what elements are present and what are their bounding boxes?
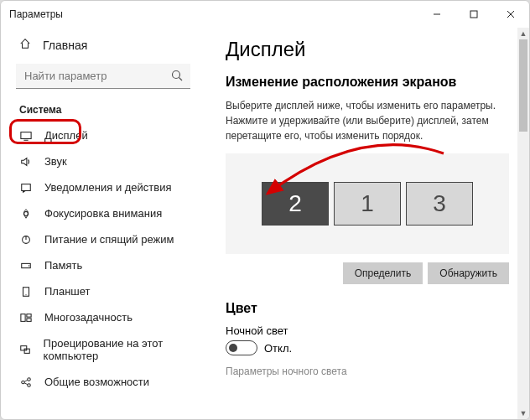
notifications-icon [19, 182, 33, 194]
monitor-2[interactable]: 2 [262, 182, 329, 226]
monitor-area[interactable]: 2 1 3 [226, 153, 509, 254]
sidebar-item-focus[interactable]: Фокусировка внимания [1, 200, 205, 226]
color-heading: Цвет [226, 301, 509, 316]
nightlight-toggle[interactable] [226, 340, 257, 355]
sidebar-item-storage[interactable]: Память [1, 252, 205, 278]
tablet-icon [19, 286, 33, 298]
shared-icon [19, 376, 33, 388]
sidebar-item-label: Уведомления и действия [44, 181, 172, 194]
sidebar-item-display[interactable]: Дисплей [1, 122, 205, 148]
page-title: Дисплей [226, 38, 509, 61]
power-icon [19, 234, 33, 246]
focus-icon [19, 208, 33, 220]
minimize-button[interactable] [418, 1, 455, 28]
sound-icon [19, 156, 33, 168]
svg-point-23 [28, 383, 31, 386]
sidebar-item-sound[interactable]: Звук [1, 148, 205, 174]
nightlight-params-link[interactable]: Параметры ночного света [226, 366, 509, 377]
multitasking-icon [19, 312, 33, 324]
svg-rect-6 [21, 132, 31, 138]
close-button[interactable] [492, 1, 529, 28]
sidebar-item-power[interactable]: Питание и спящий режим [1, 226, 205, 252]
svg-rect-1 [470, 11, 477, 18]
scroll-down-icon[interactable]: ▼ [519, 409, 527, 417]
sidebar-item-label: Питание и спящий режим [44, 233, 174, 246]
nightlight-toggle-row: Откл. [226, 340, 509, 355]
sidebar-item-label: Память [44, 259, 82, 272]
toggle-state: Откл. [264, 342, 292, 355]
svg-line-24 [24, 380, 28, 381]
svg-line-25 [24, 382, 28, 384]
svg-rect-17 [27, 314, 31, 317]
search-icon [170, 69, 184, 86]
settings-window: Параметры Главная Система Дисплей [0, 0, 530, 420]
titlebar: Параметры [1, 1, 529, 28]
sidebar-item-label: Общие возможности [44, 376, 149, 388]
svg-point-13 [29, 265, 29, 266]
monitor-buttons: Определить Обнаружить [226, 262, 509, 284]
sidebar-item-label: Фокусировка внимания [44, 207, 162, 220]
sidebar-item-shared[interactable]: Общие возможности [1, 369, 205, 395]
home-label: Главная [43, 39, 87, 52]
svg-point-22 [28, 377, 31, 381]
sidebar-item-label: Проецирование на этот компьютер [44, 337, 205, 362]
search-wrap [16, 64, 190, 89]
svg-point-21 [22, 381, 25, 384]
home-icon [19, 38, 31, 52]
home-link[interactable]: Главная [1, 34, 205, 55]
detect-button[interactable]: Обнаружить [428, 262, 509, 284]
maximize-button[interactable] [455, 1, 492, 28]
storage-icon [19, 260, 33, 272]
window-title: Параметры [9, 8, 63, 20]
content-area: Дисплей Изменение расположения экранов В… [205, 28, 529, 419]
svg-rect-18 [27, 318, 31, 321]
sidebar-item-tablet[interactable]: Планшет [1, 278, 205, 304]
sidebar-item-label: Звук [44, 155, 67, 168]
svg-point-4 [173, 71, 180, 79]
sidebar: Главная Система Дисплей Звук Уведомления… [1, 28, 205, 419]
window-controls [418, 1, 529, 28]
scroll-up-icon[interactable]: ▲ [519, 29, 527, 38]
sidebar-item-label: Многозадачность [44, 311, 132, 324]
sidebar-item-notifications[interactable]: Уведомления и действия [1, 174, 205, 200]
nightlight-label: Ночной свет [226, 324, 509, 337]
sidebar-item-projecting[interactable]: Проецирование на этот компьютер [1, 330, 205, 369]
rearrange-heading: Изменение расположения экранов [226, 75, 509, 90]
search-input[interactable] [16, 64, 190, 89]
svg-rect-16 [21, 314, 25, 321]
svg-rect-19 [21, 346, 27, 350]
scroll-thumb[interactable] [519, 39, 527, 132]
window-body: Главная Система Дисплей Звук Уведомления… [1, 28, 529, 419]
monitor-1[interactable]: 1 [334, 182, 401, 226]
projecting-icon [19, 344, 32, 355]
scrollbar[interactable]: ▲ ▼ [517, 28, 529, 419]
svg-rect-8 [22, 184, 31, 190]
identify-button[interactable]: Определить [343, 262, 423, 284]
svg-point-15 [25, 293, 26, 294]
svg-line-5 [179, 78, 183, 81]
display-icon [19, 130, 33, 142]
group-title: Система [1, 101, 205, 122]
sidebar-item-label: Дисплей [44, 129, 88, 142]
monitor-3[interactable]: 3 [406, 182, 473, 226]
rearrange-desc: Выберите дисплей ниже, чтобы изменить ег… [226, 98, 509, 143]
sidebar-item-multitasking[interactable]: Многозадачность [1, 304, 205, 330]
sidebar-item-label: Планшет [44, 285, 91, 298]
